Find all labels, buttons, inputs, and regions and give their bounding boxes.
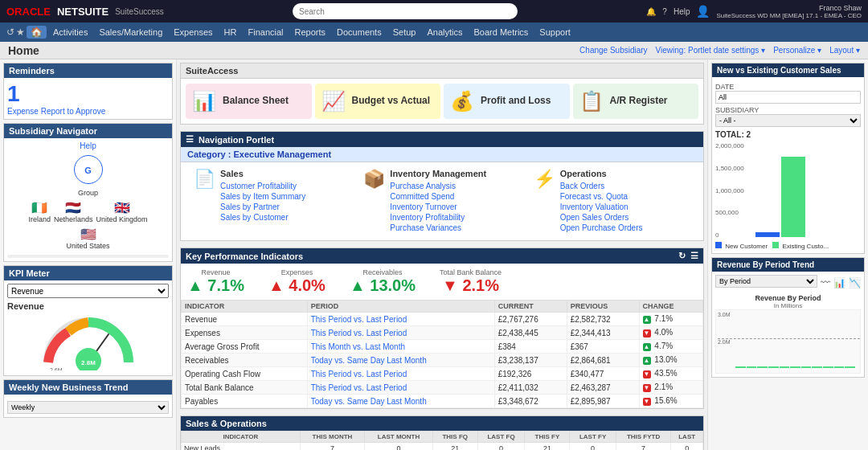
nav-documents[interactable]: Documents (332, 26, 387, 39)
nav-expenses[interactable]: Expenses (169, 26, 217, 39)
trend-period-select[interactable]: By Period By Month (715, 275, 817, 288)
receivables-arrow-up: ▲ (350, 276, 366, 294)
nav-sales-by-partner[interactable]: Sales by Partner (220, 202, 305, 211)
revenue-chart-title: Revenue By Period (715, 294, 861, 302)
nav-customer-profitability[interactable]: Customer Profitability (220, 182, 305, 190)
kpi-portlet-title: Key Performance Indicators (186, 252, 303, 261)
page-controls: Change Subsidiary Viewing: Portlet date … (579, 46, 860, 55)
kpi-row-period[interactable]: This Period vs. Last Period (307, 313, 494, 326)
reminder-text[interactable]: Expense Report to Approve (7, 107, 169, 116)
kpi-row-period[interactable]: Today vs. Same Day Last Month (307, 354, 494, 367)
revenue-chart-subtitle: In Millions (715, 302, 861, 309)
kpi-revenue-summary: Revenue ▲ 7.1% (187, 268, 244, 295)
weekly-trend-select[interactable]: Weekly Monthly (7, 401, 169, 414)
personalize-link[interactable]: Personalize ▾ (773, 46, 821, 55)
kpi-menu-icon[interactable]: ☰ (690, 251, 698, 261)
nav-open-purchase-orders[interactable]: Open Purchase Orders (560, 223, 643, 232)
kpi-refresh-icon[interactable]: ↻ (678, 251, 686, 261)
kpi-row-period[interactable]: This Period vs. Last Period (307, 367, 494, 381)
nav-setup[interactable]: Setup (388, 26, 421, 39)
nav-purchase-variances[interactable]: Purchase Variances (390, 223, 486, 232)
new-vs-existing-header: New vs Existing Customer Sales (712, 63, 864, 77)
kpi-col-previous: PREVIOUS (567, 301, 639, 313)
suite-card-balance-sheet[interactable]: 📊 Balance Sheet (186, 84, 312, 119)
nav-sales-by-customer[interactable]: Sales by Customer (220, 213, 305, 222)
nav-committed-spend[interactable]: Committed Spend (390, 192, 486, 201)
kpi-row-period[interactable]: Today vs. Same Day Last Month (307, 395, 494, 408)
nav-back-orders[interactable]: Back Orders (560, 182, 643, 190)
kpi-col-indicator: INDICATOR (182, 301, 308, 313)
trend-bar-icon[interactable]: 📊 (833, 277, 845, 288)
trend-bar-1 (735, 366, 746, 368)
help-label[interactable]: Help (674, 7, 690, 16)
suite-success-logo: SuiteSuccess (115, 7, 164, 16)
help-icon[interactable]: ? (662, 7, 667, 16)
user-name: Franco Shaw (716, 4, 862, 12)
inventory-section-title: Inventory Management (390, 169, 486, 178)
nav-forecast-quota[interactable]: Forecast vs. Quota (560, 192, 643, 201)
star-icon[interactable]: ★ (16, 27, 25, 38)
layout-link[interactable]: Layout ▾ (829, 46, 860, 55)
flag-netherlands[interactable]: 🇳🇱Netherlands (54, 200, 93, 223)
suite-card-profit-loss[interactable]: 💰 Profit and Loss (444, 84, 570, 119)
kpi-row-change: ▲ 13.0% (639, 354, 702, 367)
ar-register-icon: 📋 (579, 90, 604, 112)
flag-uk[interactable]: 🇬🇧United Kingdom (96, 200, 148, 223)
sales-col-last-fq: LAST FQ (477, 432, 525, 443)
profit-loss-label: Profit and Loss (481, 95, 551, 108)
nav-inventory-valuation[interactable]: Inventory Valuation (560, 202, 643, 211)
nav-activities[interactable]: Activities (48, 26, 92, 39)
kpi-row-period[interactable]: This Period vs. Last Period (307, 326, 494, 340)
search-input[interactable] (293, 3, 518, 19)
nav-board-metrics[interactable]: Board Metrics (469, 26, 533, 39)
nav-sales-by-item[interactable]: Sales by Item Summary (220, 192, 305, 201)
nav-support[interactable]: Support (534, 26, 575, 39)
kpi-meter-select[interactable]: Revenue Expenses Profit (7, 284, 169, 298)
sales-col-indicator: INDICATOR (182, 432, 301, 443)
nav-analytics[interactable]: Analytics (422, 26, 467, 39)
nav-purchase-analysis[interactable]: Purchase Analysis (390, 182, 486, 190)
home-icon[interactable]: 🏠 (27, 26, 47, 39)
center-content: SuiteAccess 📊 Balance Sheet 📈 Budget vs … (177, 59, 707, 450)
suite-card-ar-register[interactable]: 📋 A/R Register (573, 84, 699, 119)
kpi-row-previous: £340,477 (567, 367, 639, 381)
profit-loss-icon: 💰 (450, 90, 474, 112)
refresh-icon[interactable]: ↺ (6, 27, 14, 38)
bell-icon[interactable]: 🔔 (646, 7, 656, 16)
viewing-portlet-settings[interactable]: Viewing: Portlet date settings ▾ (656, 46, 766, 55)
reminder-count[interactable]: 1 (7, 81, 169, 107)
nav-portlet-category: Category : Executive Management (181, 147, 703, 162)
nav-hr[interactable]: HR (219, 26, 242, 39)
kpi-row-period[interactable]: This Period vs. Last Period (307, 381, 494, 395)
new-customer-legend-dot (715, 242, 722, 248)
suite-cards-container: 📊 Balance Sheet 📈 Budget vs Actual 💰 Pro… (181, 79, 703, 124)
y-mid-label: 2.0M (718, 338, 860, 345)
new-vs-existing-portlet: New vs Existing Customer Sales DATE SUBS… (711, 63, 865, 254)
kpi-col-current: CURRENT (494, 301, 567, 313)
trend-wave-icon[interactable]: 〰 (821, 277, 830, 288)
flag-us[interactable]: 🇺🇸United States (66, 227, 109, 250)
nav-inventory-profitability[interactable]: Inventory Profitability (390, 213, 486, 222)
nav-financial[interactable]: Financial (243, 26, 288, 39)
kpi-row-period[interactable]: This Month vs. Last Month (307, 340, 494, 354)
suite-card-budget-vs-actual[interactable]: 📈 Budget vs Actual (315, 84, 441, 119)
change-subsidiary-link[interactable]: Change Subsidiary (579, 46, 648, 55)
sales-col-last-fy: LAST FY (570, 432, 616, 443)
nav-sales-marketing[interactable]: Sales/Marketing (94, 26, 167, 39)
sales-row-indicator: New Leads (182, 443, 301, 451)
subsidiary-help-link[interactable]: Help (7, 141, 169, 150)
subsidiary-select[interactable]: - All - (715, 114, 861, 127)
svg-text:2.6M: 2.6M (50, 367, 63, 370)
nav-open-sales-orders[interactable]: Open Sales Orders (560, 213, 643, 222)
nav-reports[interactable]: Reports (290, 26, 331, 39)
group-icon[interactable]: G (74, 155, 103, 184)
sales-col-last: LAST (671, 432, 703, 443)
change-badge: ▲ (643, 316, 651, 324)
flag-ireland[interactable]: 🇮🇪Ireland (28, 200, 51, 223)
reminders-header: Reminders (4, 63, 172, 78)
trend-line-icon[interactable]: 📉 (849, 277, 861, 288)
date-input[interactable] (715, 91, 861, 104)
kpi-row-indicator: Expenses (182, 326, 308, 340)
y-max-label: 3.0M (718, 312, 731, 317)
nav-inventory-turnover[interactable]: Inventory Turnover (390, 202, 486, 211)
